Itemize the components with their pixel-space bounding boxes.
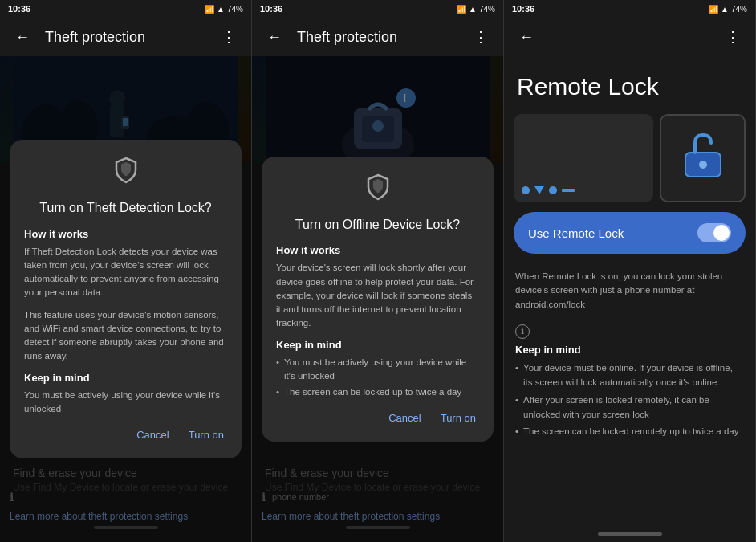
dialog-2: Turn on Offline Device Lock? How it work… [262, 157, 494, 442]
use-remote-label: Use Remote Lock [528, 226, 624, 240]
how-it-works-text-1a: If Theft Detection Lock detects your dev… [24, 245, 227, 300]
battery-2: 74% [479, 5, 495, 14]
remote-lock-title: Remote Lock [504, 56, 755, 114]
status-icons-2: 📶 ▲ 74% [457, 5, 495, 14]
info-icon-3: ℹ [515, 324, 530, 339]
dialog-overlay-2: Turn on Offline Device Lock? How it work… [252, 56, 503, 542]
how-it-works-label-1: How it works [24, 228, 227, 240]
dialog-title-2: Turn on Offline Device Lock? [276, 217, 479, 234]
app-bar-title-2: Theft protection [297, 29, 468, 46]
signal-icon-1: 📶 [205, 5, 214, 14]
battery-3: 74% [731, 5, 747, 14]
keep-in-mind-label-2: Keep in mind [276, 339, 479, 351]
keep-in-mind-section-3: ℹ Keep in mind • Your device must be onl… [504, 318, 755, 448]
time-2: 10:36 [260, 4, 282, 14]
remote-lock-toggle[interactable] [697, 223, 731, 242]
screen-3: 10:36 📶 ▲ 74% ← ⋮ Remote Lock [504, 0, 756, 542]
screen-1: 10:36 📶 ▲ 74% ← Theft protection ⋮ [0, 0, 252, 542]
menu-button-3[interactable]: ⋮ [720, 24, 746, 50]
dot-v [534, 186, 544, 194]
cancel-button-2[interactable]: Cancel [385, 407, 424, 429]
signal-icon-2: 📶 [457, 5, 466, 14]
lock-open-icon [681, 130, 726, 186]
lock-dots [522, 186, 645, 194]
dialog-actions-2: Cancel Turn on [276, 407, 479, 429]
wifi-icon-3: ▲ [721, 5, 729, 14]
remote-description: When Remote Lock is on, you can lock you… [504, 263, 755, 318]
app-bar-3: ← ⋮ [504, 18, 755, 56]
lock-demo-right [660, 114, 746, 202]
bullet-item-3-2: • After your screen is locked remotely, … [515, 393, 744, 422]
dot-dash [562, 189, 575, 192]
keep-in-mind-text-3: • Your device must be online. If your de… [515, 361, 744, 439]
bullet-item-3-3: • The screen can be locked remotely up t… [515, 424, 744, 438]
lock-demo-area [514, 114, 746, 202]
cancel-button-1[interactable]: Cancel [133, 424, 172, 446]
svg-point-18 [699, 161, 707, 169]
dialog-overlay-1: Turn on Theft Detection Lock? How it wor… [0, 56, 251, 542]
dialog-title-1: Turn on Theft Detection Lock? [24, 200, 227, 217]
app-bar-1: ← Theft protection ⋮ [0, 18, 251, 56]
turn-on-button-1[interactable]: Turn on [185, 424, 227, 446]
screen-2: 10:36 📶 ▲ 74% ← Theft protection ⋮ [252, 0, 504, 542]
status-bar-2: 10:36 📶 ▲ 74% [252, 0, 503, 18]
shield-icon-1 [112, 156, 140, 185]
turn-on-button-2[interactable]: Turn on [437, 407, 479, 429]
home-indicator-3 [598, 532, 662, 536]
info-row-3: ℹ [515, 324, 744, 339]
dialog-icon-1 [24, 156, 227, 190]
wifi-icon-2: ▲ [469, 5, 477, 14]
how-it-works-text-2: Your device's screen will lock shortly a… [276, 261, 479, 330]
dialog-1: Turn on Theft Detection Lock? How it wor… [10, 140, 242, 458]
shield-icon-2 [364, 173, 392, 202]
wifi-icon-1: ▲ [217, 5, 225, 14]
signal-icon-3: 📶 [709, 5, 718, 14]
how-it-works-label-2: How it works [276, 244, 479, 256]
bullet-1-2: •You must be actively using your device … [276, 356, 479, 400]
menu-button-1[interactable]: ⋮ [216, 24, 242, 50]
back-button-3[interactable]: ← [514, 24, 539, 50]
dialog-actions-1: Cancel Turn on [24, 424, 227, 446]
back-button-1[interactable]: ← [10, 24, 35, 50]
keep-in-mind-label-1: Keep in mind [24, 372, 227, 384]
app-bar-2: ← Theft protection ⋮ [252, 18, 503, 56]
keep-in-mind-title-3: Keep in mind [515, 344, 744, 356]
dialog-icon-2 [276, 173, 479, 207]
time-3: 10:36 [512, 4, 534, 14]
status-icons-3: 📶 ▲ 74% [709, 5, 747, 14]
how-it-works-text-1b: This feature uses your device's motion s… [24, 308, 227, 364]
bullet-item-3-1: • Your device must be online. If your de… [515, 361, 744, 390]
dot-2 [549, 186, 557, 194]
time-1: 10:36 [8, 4, 30, 14]
battery-1: 74% [227, 5, 243, 14]
use-remote-lock-row[interactable]: Use Remote Lock [514, 212, 746, 254]
back-button-2[interactable]: ← [262, 24, 287, 50]
lock-svg [681, 130, 726, 178]
status-bar-3: 10:36 📶 ▲ 74% [504, 0, 755, 18]
menu-button-2[interactable]: ⋮ [468, 24, 494, 50]
keep-in-mind-text-1: You must be actively using your device w… [24, 389, 227, 417]
dot-1 [522, 186, 530, 194]
lock-demo-left [514, 114, 653, 202]
main-content-1: Turn on Theft Detection Lock? How it wor… [0, 56, 251, 542]
app-bar-title-1: Theft protection [45, 29, 216, 46]
status-icons-1: 📶 ▲ 74% [205, 5, 243, 14]
status-bar-1: 10:36 📶 ▲ 74% [0, 0, 251, 18]
main-content-2: ! Turn on Offline Device Lock? How it wo… [252, 56, 503, 542]
